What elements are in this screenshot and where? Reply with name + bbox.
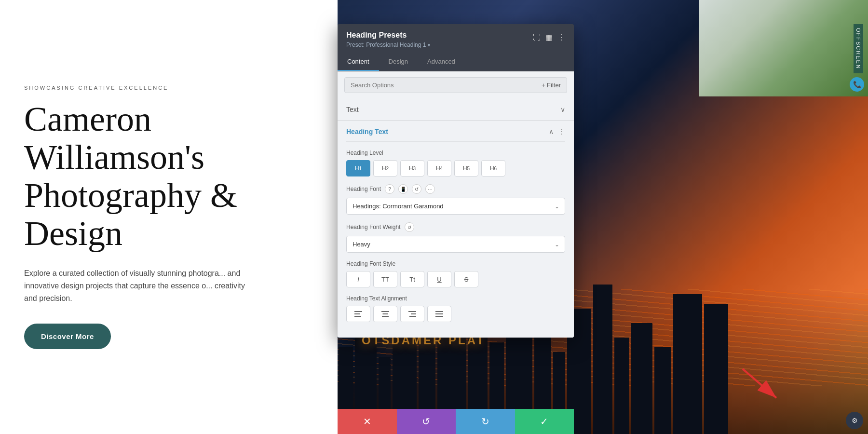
heading-section-title: Heading Text (346, 128, 388, 136)
heading-line1: Cameron (24, 100, 151, 138)
panel-tabs: Content Design Advanced (338, 53, 574, 71)
heading-section-icons: ∧ ⋮ (549, 128, 565, 136)
greenery-overlay (699, 0, 868, 96)
font-row-label: Heading Font ? 📱 ↺ ⋯ (346, 184, 565, 194)
svg-rect-9 (435, 311, 443, 312)
website-panel: SHOWCASING CREATIVE EXCELLENCE Cameron W… (0, 0, 338, 434)
panel-subtitle: Preset: Professional Heading 1 ▾ (346, 41, 430, 48)
style-strikethrough-button[interactable]: S (454, 271, 478, 287)
svg-rect-4 (383, 313, 388, 314)
tab-content[interactable]: Content (338, 53, 379, 71)
heading-line3: Photography & (24, 176, 237, 215)
fullscreen-icon[interactable]: ⛶ (533, 33, 541, 42)
undo-button[interactable]: ↺ (397, 409, 456, 434)
tab-design[interactable]: Design (379, 53, 418, 71)
font-weight-row-label: Heading Font Weight ↺ (346, 222, 565, 232)
align-center-button[interactable] (373, 306, 397, 322)
description: Explore a curated collection of visually… (24, 267, 246, 304)
heading-level-row: Heading Level H1 H2 H3 H4 H5 H6 (346, 149, 565, 176)
svg-rect-1 (354, 313, 360, 314)
grid-icon[interactable]: ▦ (545, 33, 553, 42)
style-capitalize-button[interactable]: Tt (400, 271, 424, 287)
heading-section-header: Heading Text ∧ ⋮ (346, 121, 565, 142)
svg-rect-7 (411, 313, 416, 314)
offscreen-label: Offscreen (854, 24, 863, 73)
font-mobile-icon[interactable]: 📱 (398, 184, 408, 194)
panel-header-icons: ⛶ ▦ ⋮ (533, 33, 565, 42)
svg-rect-10 (435, 313, 443, 314)
style-uppercase-button[interactable]: TT (373, 271, 397, 287)
font-help-icon[interactable]: ? (385, 184, 394, 194)
level-h5-button[interactable]: H5 (454, 160, 478, 176)
style-underline-button[interactable]: U (427, 271, 451, 287)
svg-rect-2 (354, 316, 361, 317)
text-section-chevron: ∨ (560, 106, 565, 113)
level-h1-button[interactable]: H1 (346, 160, 370, 176)
heading-text-align-row: Heading Text Alignment (346, 295, 565, 322)
search-input[interactable] (351, 81, 542, 89)
align-left-button[interactable] (346, 306, 370, 322)
panel-header: Heading Presets Preset: Professional Hea… (338, 24, 574, 53)
font-weight-select-wrap: Heavy ⌄ (346, 236, 565, 253)
font-reset-icon[interactable]: ↺ (412, 184, 421, 194)
font-select-wrap: Headings: Cormorant Garamond ⌄ (346, 198, 565, 215)
search-bar: + Filter (344, 77, 567, 93)
panel-header-info: Heading Presets Preset: Professional Hea… (346, 31, 430, 48)
style-buttons: I TT Tt U S (346, 271, 565, 287)
text-section-label: Text (346, 106, 359, 113)
level-h6-button[interactable]: H6 (481, 160, 505, 176)
heading-font-style-label: Heading Font Style (346, 260, 565, 267)
preset-label: Preset: Professional Heading 1 (346, 41, 426, 48)
panel-body: + Filter Text ∨ Heading Text ∧ ⋮ Heading… (338, 71, 574, 338)
cancel-button[interactable]: ✕ (338, 409, 397, 434)
heading-font-select[interactable]: Headings: Cormorant Garamond (346, 198, 565, 215)
heading-line4: Design (24, 214, 122, 253)
font-weight-reset-icon[interactable]: ↺ (405, 222, 414, 232)
heading-level-buttons: H1 H2 H3 H4 H5 H6 (346, 160, 565, 176)
svg-rect-5 (382, 316, 389, 317)
more-options-icon[interactable]: ⋮ (557, 33, 565, 42)
align-right-button[interactable] (400, 306, 424, 322)
heading-text-align-label: Heading Text Alignment (346, 295, 565, 302)
align-justify-button[interactable] (427, 306, 451, 322)
heading-line2: Williamson's (24, 138, 204, 176)
discover-more-button[interactable]: Discover More (24, 324, 111, 349)
text-section-row[interactable]: Text ∨ (338, 99, 574, 121)
heading-text-section: Heading Text ∧ ⋮ Heading Level H1 H2 H3 … (338, 121, 574, 338)
align-buttons (346, 306, 565, 322)
svg-rect-6 (408, 311, 416, 312)
panel-title: Heading Presets (346, 31, 430, 40)
bottom-toolbar: ✕ ↺ ↻ ✓ (338, 409, 574, 434)
svg-rect-0 (354, 311, 362, 312)
heading-font-row: Heading Font ? 📱 ↺ ⋯ Headings: Cormorant… (346, 184, 565, 215)
phone-icon[interactable]: 📞 (850, 77, 864, 92)
level-h4-button[interactable]: H4 (427, 160, 451, 176)
heading-presets-panel: Heading Presets Preset: Professional Hea… (338, 24, 574, 338)
heading-font-weight-label: Heading Font Weight (346, 224, 401, 231)
heading-font-weight-select[interactable]: Heavy (346, 236, 565, 253)
filter-button[interactable]: + Filter (542, 81, 561, 89)
level-h3-button[interactable]: H3 (400, 160, 424, 176)
confirm-button[interactable]: ✓ (515, 409, 574, 434)
tagline: SHOWCASING CREATIVE EXCELLENCE (24, 85, 313, 91)
preset-dropdown-arrow[interactable]: ▾ (428, 42, 430, 48)
heading-font-label: Heading Font (346, 186, 381, 192)
tab-advanced[interactable]: Advanced (418, 53, 465, 71)
heading-more-icon[interactable]: ⋮ (558, 128, 565, 136)
svg-rect-3 (381, 311, 389, 312)
style-italic-button[interactable]: I (346, 271, 370, 287)
svg-rect-11 (435, 316, 443, 317)
font-more-icon[interactable]: ⋯ (425, 184, 435, 194)
level-h2-button[interactable]: H2 (373, 160, 397, 176)
heading-font-weight-row: Heading Font Weight ↺ Heavy ⌄ (346, 222, 565, 253)
collapse-icon[interactable]: ∧ (549, 128, 554, 136)
redo-button[interactable]: ↻ (456, 409, 515, 434)
heading-level-label: Heading Level (346, 149, 565, 156)
floating-settings-icon[interactable]: ⚙ (846, 412, 863, 429)
main-heading: Cameron Williamson's Photography & Desig… (24, 100, 313, 253)
svg-rect-8 (409, 316, 416, 317)
heading-font-style-row: Heading Font Style I TT Tt U S (346, 260, 565, 287)
